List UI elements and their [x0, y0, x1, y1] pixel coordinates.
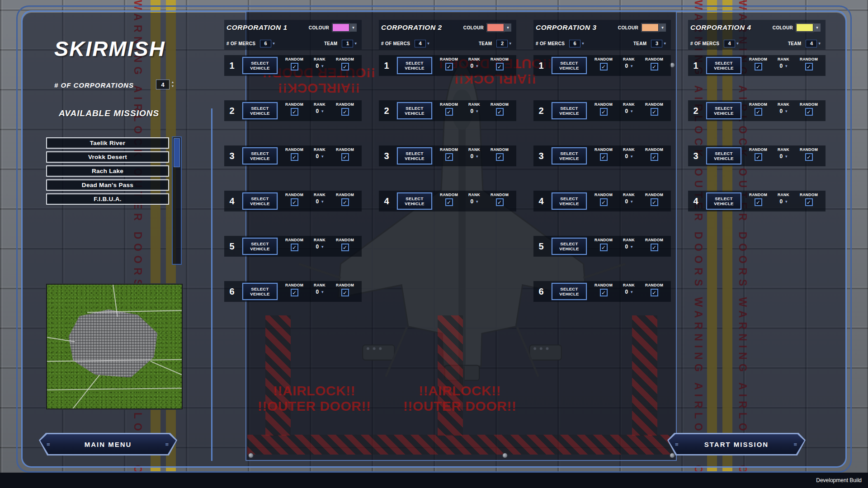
chevron-down-icon[interactable]: ▾ [736, 41, 739, 46]
colour-swatch[interactable] [332, 23, 349, 32]
chevron-down-icon[interactable]: ▾ [814, 23, 821, 32]
rank-dropdown[interactable]: 0 ▾ [470, 108, 478, 114]
colour-picker[interactable]: COLOUR ▾ [463, 23, 511, 32]
corporations-count-stepper[interactable]: ▴ ▾ [172, 80, 174, 88]
random-vehicle-checkbox[interactable]: ✓ [755, 108, 762, 116]
colour-picker[interactable]: COLOUR ▾ [618, 23, 666, 32]
team-value-dropdown[interactable]: 3 [651, 40, 662, 47]
random-vehicle-checkbox[interactable]: ✓ [445, 108, 453, 116]
rank-dropdown[interactable]: 0 ▾ [779, 108, 787, 114]
random-vehicle-checkbox[interactable]: ✓ [755, 63, 762, 70]
select-vehicle-button[interactable]: SELECT VEHICLE [552, 147, 587, 164]
mission-item[interactable]: F.I.B.U.A. [46, 193, 169, 205]
rank-dropdown[interactable]: 0 ▾ [316, 63, 323, 69]
rank-dropdown[interactable]: 0 ▾ [625, 63, 632, 69]
select-vehicle-button[interactable]: SELECT VEHICLE [242, 102, 278, 119]
select-vehicle-button[interactable]: SELECT VEHICLE [397, 102, 432, 119]
rank-dropdown[interactable]: 0 ▾ [316, 244, 323, 250]
chevron-down-icon[interactable]: ▾ [582, 41, 584, 46]
select-vehicle-button[interactable]: SELECT VEHICLE [706, 57, 741, 74]
mercs-value-dropdown[interactable]: 6 [569, 40, 580, 47]
random-vehicle-checkbox[interactable]: ✓ [291, 153, 298, 161]
select-vehicle-button[interactable]: SELECT VEHICLE [552, 102, 587, 119]
random-rank-checkbox[interactable]: ✓ [496, 108, 504, 116]
select-vehicle-button[interactable]: SELECT VEHICLE [552, 238, 587, 255]
random-vehicle-checkbox[interactable]: ✓ [600, 198, 608, 206]
random-rank-checkbox[interactable]: ✓ [496, 153, 504, 161]
random-rank-checkbox[interactable]: ✓ [651, 153, 658, 161]
rank-dropdown[interactable]: 0 ▾ [625, 153, 632, 160]
chevron-down-icon[interactable]: ▾ [350, 23, 357, 32]
rank-dropdown[interactable]: 0 ▾ [316, 153, 323, 160]
team-value-dropdown[interactable]: 1 [342, 40, 353, 47]
rank-dropdown[interactable]: 0 ▾ [779, 198, 787, 205]
rank-dropdown[interactable]: 0 ▾ [779, 153, 787, 160]
rank-dropdown[interactable]: 0 ▾ [316, 198, 323, 205]
mission-item[interactable]: Vrokk Desert [46, 151, 169, 163]
mercs-value-dropdown[interactable]: 4 [415, 40, 426, 47]
random-rank-checkbox[interactable]: ✓ [805, 63, 813, 70]
random-vehicle-checkbox[interactable]: ✓ [291, 289, 298, 296]
random-vehicle-checkbox[interactable]: ✓ [600, 153, 608, 161]
random-vehicle-checkbox[interactable]: ✓ [291, 244, 298, 251]
colour-picker[interactable]: COLOUR ▾ [773, 23, 821, 32]
select-vehicle-button[interactable]: SELECT VEHICLE [397, 192, 432, 210]
select-vehicle-button[interactable]: SELECT VEHICLE [706, 192, 741, 210]
random-rank-checkbox[interactable]: ✓ [651, 289, 658, 296]
random-vehicle-checkbox[interactable]: ✓ [445, 198, 453, 206]
rank-dropdown[interactable]: 0 ▾ [625, 108, 632, 114]
random-vehicle-checkbox[interactable]: ✓ [291, 63, 298, 70]
chevron-down-icon[interactable]: ▾ [509, 41, 511, 46]
select-vehicle-button[interactable]: SELECT VEHICLE [552, 57, 587, 74]
select-vehicle-button[interactable]: SELECT VEHICLE [397, 57, 432, 74]
random-vehicle-checkbox[interactable]: ✓ [445, 153, 453, 161]
main-menu-button[interactable]: ≡ MAIN MENU ≡ [39, 433, 177, 455]
mercs-value-dropdown[interactable]: 6 [260, 40, 271, 47]
random-rank-checkbox[interactable]: ✓ [651, 244, 658, 251]
select-vehicle-button[interactable]: SELECT VEHICLE [242, 147, 278, 164]
random-vehicle-checkbox[interactable]: ✓ [445, 63, 453, 70]
random-rank-checkbox[interactable]: ✓ [805, 108, 813, 116]
chevron-down-icon[interactable]: ▾ [818, 41, 821, 46]
chevron-down-icon[interactable]: ▾ [354, 41, 357, 46]
select-vehicle-button[interactable]: SELECT VEHICLE [242, 57, 278, 74]
select-vehicle-button[interactable]: SELECT VEHICLE [242, 238, 278, 255]
random-rank-checkbox[interactable]: ✓ [341, 198, 349, 206]
select-vehicle-button[interactable]: SELECT VEHICLE [242, 283, 278, 300]
select-vehicle-button[interactable]: SELECT VEHICLE [397, 147, 432, 164]
chevron-down-icon[interactable]: ▾ [427, 41, 429, 46]
select-vehicle-button[interactable]: SELECT VEHICLE [242, 192, 278, 210]
random-rank-checkbox[interactable]: ✓ [805, 198, 813, 206]
rank-dropdown[interactable]: 0 ▾ [316, 289, 323, 295]
colour-swatch[interactable] [796, 23, 813, 32]
select-vehicle-button[interactable]: SELECT VEHICLE [552, 283, 587, 300]
rank-dropdown[interactable]: 0 ▾ [316, 108, 323, 114]
rank-dropdown[interactable]: 0 ▾ [470, 153, 478, 160]
random-rank-checkbox[interactable]: ✓ [341, 244, 349, 251]
random-vehicle-checkbox[interactable]: ✓ [600, 108, 608, 116]
mission-item[interactable]: Rach Lake [46, 165, 169, 177]
random-rank-checkbox[interactable]: ✓ [651, 198, 658, 206]
random-rank-checkbox[interactable]: ✓ [496, 198, 504, 206]
rank-dropdown[interactable]: 0 ▾ [470, 198, 478, 205]
random-rank-checkbox[interactable]: ✓ [805, 153, 813, 161]
random-rank-checkbox[interactable]: ✓ [341, 153, 349, 161]
colour-swatch[interactable] [487, 23, 504, 32]
random-vehicle-checkbox[interactable]: ✓ [600, 244, 608, 251]
chevron-down-icon[interactable]: ▾ [664, 41, 666, 46]
team-value-dropdown[interactable]: 2 [496, 40, 508, 47]
rank-dropdown[interactable]: 0 ▾ [625, 244, 632, 250]
mission-list-scrollbar[interactable] [172, 136, 182, 265]
mission-item[interactable]: Dead Man's Pass [46, 179, 169, 191]
random-rank-checkbox[interactable]: ✓ [651, 63, 658, 70]
random-vehicle-checkbox[interactable]: ✓ [600, 63, 608, 70]
random-vehicle-checkbox[interactable]: ✓ [755, 153, 762, 161]
rank-dropdown[interactable]: 0 ▾ [779, 63, 787, 69]
chevron-down-icon[interactable]: ▾ [659, 23, 666, 32]
random-vehicle-checkbox[interactable]: ✓ [291, 198, 298, 206]
select-vehicle-button[interactable]: SELECT VEHICLE [706, 147, 741, 164]
mission-item[interactable]: Taelik River [46, 137, 169, 149]
select-vehicle-button[interactable]: SELECT VEHICLE [552, 192, 587, 210]
rank-dropdown[interactable]: 0 ▾ [625, 289, 632, 295]
random-rank-checkbox[interactable]: ✓ [496, 63, 504, 70]
